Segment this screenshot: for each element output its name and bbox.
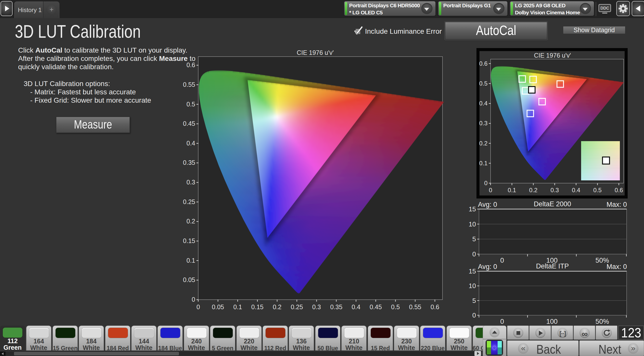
svg-text:100: 100: [546, 318, 557, 325]
svg-text:Max: 0: Max: 0: [607, 263, 627, 270]
svg-text:0.4: 0.4: [572, 187, 580, 193]
svg-text:Max: 0: Max: 0: [607, 201, 627, 208]
svg-text:0: 0: [472, 250, 476, 258]
svg-text:0.35: 0.35: [183, 159, 195, 166]
svg-text:0.05: 0.05: [212, 303, 224, 310]
svg-text:0.3: 0.3: [550, 187, 559, 193]
svg-text:CIE 1976 u'v': CIE 1976 u'v': [534, 52, 571, 59]
svg-text:0.45: 0.45: [370, 303, 382, 310]
svg-text:0.5: 0.5: [186, 101, 195, 108]
svg-text:0: 0: [472, 311, 476, 319]
svg-text:0.35: 0.35: [330, 303, 342, 310]
svg-text:Avg: 0: Avg: 0: [478, 263, 497, 270]
svg-text:10: 10: [469, 220, 476, 228]
svg-text:DeltaE ITP: DeltaE ITP: [536, 262, 569, 270]
svg-text:0.4: 0.4: [479, 100, 488, 107]
svg-text:0.6: 0.6: [186, 61, 195, 68]
svg-text:0: 0: [500, 257, 504, 264]
svg-text:15: 15: [469, 205, 476, 213]
svg-text:0.4: 0.4: [186, 140, 195, 147]
svg-text:0.25: 0.25: [183, 198, 195, 205]
svg-text:0.6: 0.6: [615, 187, 623, 193]
svg-text:0.5: 0.5: [391, 303, 400, 310]
svg-text:0.6: 0.6: [479, 60, 488, 67]
svg-text:CIE 1976 u'v': CIE 1976 u'v': [297, 49, 334, 56]
svg-text:0.6: 0.6: [430, 303, 439, 310]
svg-text:0.3: 0.3: [312, 303, 321, 310]
svg-text:0.15: 0.15: [251, 303, 264, 310]
svg-text:0: 0: [196, 303, 200, 310]
svg-text:0.25: 0.25: [291, 303, 303, 310]
svg-text:0.15: 0.15: [183, 237, 195, 244]
svg-text:0.2: 0.2: [273, 303, 281, 310]
svg-text:0.2: 0.2: [529, 187, 537, 193]
svg-text:0.4: 0.4: [352, 303, 360, 310]
svg-text:0.45: 0.45: [183, 120, 195, 127]
svg-text:0: 0: [192, 296, 195, 303]
svg-text:0.1: 0.1: [479, 160, 488, 167]
svg-text:5: 5: [472, 235, 476, 243]
svg-text:0: 0: [489, 187, 492, 193]
svg-text:0.5: 0.5: [479, 80, 488, 87]
svg-text:5: 5: [472, 297, 476, 304]
svg-text:0.55: 0.55: [409, 303, 421, 310]
svg-text:0: 0: [484, 180, 488, 186]
svg-text:0.1: 0.1: [233, 303, 242, 310]
svg-text:0.55: 0.55: [183, 81, 195, 88]
svg-text:0.3: 0.3: [479, 120, 488, 127]
svg-text:0.1: 0.1: [508, 187, 516, 193]
svg-text:50%: 50%: [595, 318, 609, 325]
svg-text:0.05: 0.05: [183, 276, 195, 283]
svg-text:0.2: 0.2: [479, 140, 488, 147]
svg-text:0.2: 0.2: [186, 218, 195, 225]
svg-text:0: 0: [500, 318, 504, 325]
svg-text:DeltaE 2000: DeltaE 2000: [534, 200, 571, 208]
svg-text:0.5: 0.5: [593, 187, 601, 193]
svg-text:10: 10: [469, 282, 476, 290]
svg-text:0.3: 0.3: [186, 179, 195, 186]
svg-text:15: 15: [469, 267, 476, 275]
svg-text:0.1: 0.1: [186, 257, 195, 264]
svg-text:Avg: 0: Avg: 0: [478, 201, 497, 208]
